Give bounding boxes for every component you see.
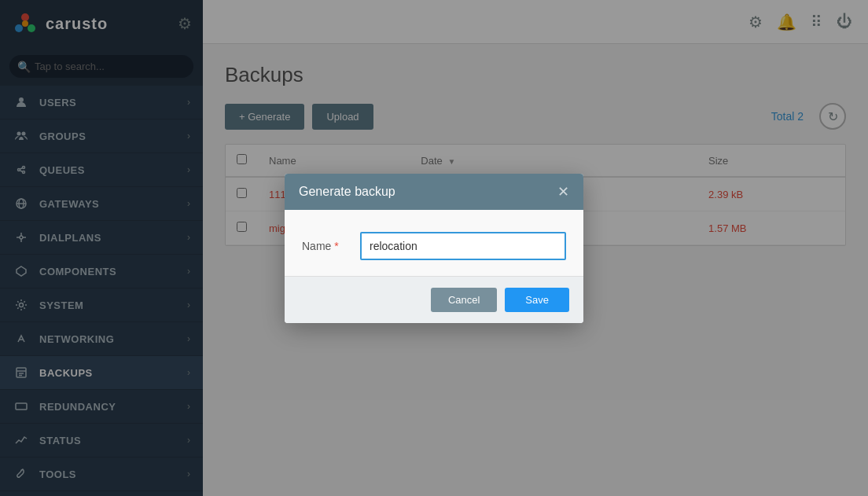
modal-overlay[interactable]: Generate backup ✕ Name * Cancel Save [0,0,868,496]
modal-header: Generate backup ✕ [285,174,583,210]
generate-backup-modal: Generate backup ✕ Name * Cancel Save [285,174,583,323]
name-label: Name * [302,240,349,252]
backup-name-input[interactable] [360,232,566,260]
required-star: * [331,240,338,252]
name-form-group: Name * [302,232,566,260]
modal-close-button[interactable]: ✕ [557,185,569,199]
modal-footer: Cancel Save [285,276,583,323]
cancel-button[interactable]: Cancel [431,288,497,312]
save-button[interactable]: Save [505,288,569,312]
name-label-text: Name [302,240,331,252]
modal-title: Generate backup [299,185,395,199]
modal-body: Name * [285,210,583,276]
